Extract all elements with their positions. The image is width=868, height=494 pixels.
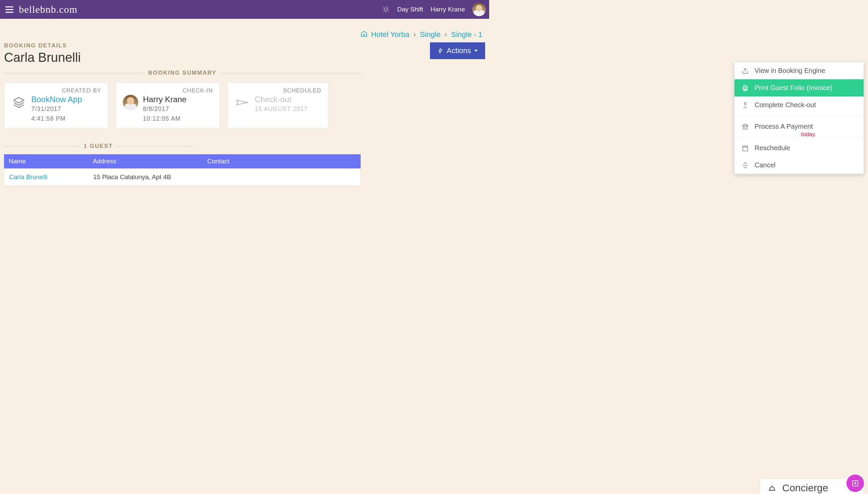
sun-icon	[382, 6, 390, 13]
svg-line-7	[388, 7, 388, 7]
lightning-icon	[437, 47, 444, 54]
home-icon	[360, 30, 368, 38]
breadcrumb-sep: ›	[445, 30, 447, 39]
guest-address: 15 Placa Catalunya, Apt 4B	[93, 173, 207, 181]
summary-divider: BOOKING SUMMARY	[4, 70, 361, 76]
created-by-date: 7/31/2017	[31, 106, 82, 113]
user-name[interactable]: Harry Krane	[431, 6, 465, 13]
svg-point-0	[384, 8, 387, 11]
card-label: SCHEDULED	[235, 88, 321, 94]
svg-line-8	[383, 12, 384, 12]
table-header: Name Address Contact	[4, 154, 361, 168]
check-in-date: 8/8/2017	[143, 106, 186, 113]
table-row[interactable]: Carla Brunelli 15 Placa Catalunya, Apt 4…	[4, 168, 361, 186]
col-name: Name	[9, 158, 93, 165]
top-bar: bellebnb.com Day Shift Harry Krane	[0, 0, 489, 19]
breadcrumb-roomtype[interactable]: Single	[420, 30, 440, 39]
section-label: BOOKING DETAILS	[4, 42, 430, 49]
svg-line-5	[383, 7, 384, 7]
check-in-time: 10:12:05 AM	[143, 115, 186, 122]
svg-line-6	[388, 12, 388, 12]
scheduled-status: Check-out	[255, 95, 308, 104]
scheduled-date: 15 AUGUST 2017	[255, 106, 308, 113]
created-by-time: 4:41:58 PM	[31, 115, 82, 122]
card-scheduled: SCHEDULED Check-out 15 AUGUST 2017	[228, 82, 328, 129]
actions-button[interactable]: Actions	[430, 42, 485, 59]
col-contact: Contact	[207, 158, 356, 165]
card-label: CREATED BY	[11, 88, 101, 94]
breadcrumb-room[interactable]: Single - 1	[451, 30, 483, 39]
avatar[interactable]	[472, 3, 486, 16]
guest-contact	[207, 173, 356, 181]
actions-label: Actions	[447, 46, 471, 55]
caret-down-icon	[474, 50, 478, 52]
guest-name[interactable]: Carla Brunelli	[9, 173, 93, 181]
menu-button[interactable]	[3, 3, 16, 16]
card-created-by: CREATED BY BookNow App 7/31/2017 4:41:58…	[4, 82, 108, 129]
breadcrumb-sep: ›	[414, 30, 416, 39]
logo[interactable]: bellebnb.com	[19, 4, 77, 15]
check-in-staff: Harry Krane	[143, 95, 186, 104]
layers-icon	[11, 95, 26, 110]
created-by-source[interactable]: BookNow App	[31, 95, 82, 104]
shift-label[interactable]: Day Shift	[397, 6, 423, 13]
page-title: Carla Brunelli	[4, 51, 430, 65]
staff-avatar	[123, 95, 138, 110]
plane-icon	[235, 95, 250, 110]
col-address: Address	[93, 158, 207, 165]
card-label: CHECK-IN	[123, 88, 213, 94]
card-check-in: CHECK-IN Harry Krane 8/8/2017 10:12:05 A…	[116, 82, 220, 129]
breadcrumb-hotel[interactable]: Hotel Yorba	[371, 30, 410, 39]
guests-divider: 1 GUEST	[4, 143, 193, 150]
guest-table: Name Address Contact Carla Brunelli 15 P…	[4, 154, 361, 186]
breadcrumb: Hotel Yorba › Single › Single - 1	[0, 19, 489, 39]
